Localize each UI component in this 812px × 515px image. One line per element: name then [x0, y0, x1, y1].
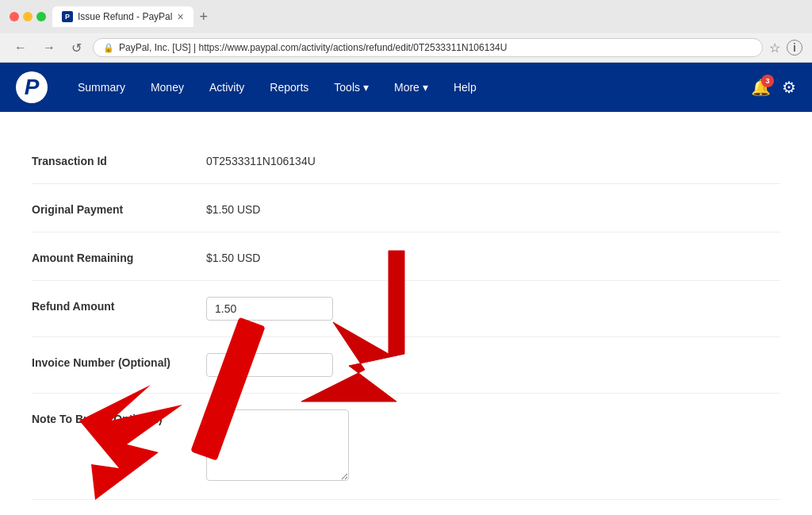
notification-badge: 3: [761, 75, 774, 87]
note-to-buyer-input[interactable]: [206, 409, 349, 481]
tab-favicon: P: [62, 11, 73, 22]
refresh-button[interactable]: ↺: [67, 39, 86, 57]
back-button[interactable]: ←: [10, 39, 32, 56]
amount-remaining-label: Amount Remaining: [32, 248, 206, 264]
buttons-row: Continue Cancel: [32, 500, 780, 515]
amount-remaining-value: $1.50 USD: [206, 248, 260, 264]
nav-activity[interactable]: Activity: [198, 75, 255, 100]
tab-close-button[interactable]: ×: [177, 10, 183, 23]
gear-icon: ⚙: [782, 79, 796, 96]
transaction-id-value: 0T2533311N106134U: [206, 152, 316, 167]
invoice-number-label: Invoice Number (Optional): [32, 353, 206, 369]
transaction-id-label: Transaction Id: [32, 152, 206, 167]
note-to-buyer-label: Note To Buyer (Optional): [32, 409, 206, 425]
paypal-logo: P: [16, 71, 48, 103]
refund-amount-input[interactable]: [206, 297, 333, 321]
window-close-dot[interactable]: [10, 12, 19, 21]
new-tab-button[interactable]: +: [200, 9, 209, 25]
forward-button[interactable]: →: [38, 39, 60, 56]
original-payment-label: Original Payment: [32, 200, 206, 216]
refund-amount-row: Refund Amount: [32, 281, 780, 337]
main-content: Transaction Id 0T2533311N106134U Origina…: [0, 112, 812, 515]
nav-right-controls: 🔔 3 ⚙: [751, 78, 796, 97]
window-maximize-dot[interactable]: [36, 12, 46, 21]
transaction-id-row: Transaction Id 0T2533311N106134U: [32, 136, 780, 184]
tools-chevron-icon: ▾: [363, 81, 369, 94]
window-minimize-dot[interactable]: [23, 12, 33, 21]
address-text: PayPal, Inc. [US] | https://www.paypal.c…: [119, 42, 753, 53]
tab-title: Issue Refund - PayPal: [78, 11, 172, 22]
nav-more[interactable]: More ▾: [383, 75, 439, 100]
settings-button[interactable]: ⚙: [782, 78, 796, 97]
amount-remaining-row: Amount Remaining $1.50 USD: [32, 233, 780, 281]
invoice-number-row: Invoice Number (Optional): [32, 337, 780, 394]
nav-money[interactable]: Money: [140, 75, 195, 100]
nav-links: Summary Money Activity Reports Tools ▾ M…: [67, 75, 751, 100]
info-button[interactable]: i: [787, 40, 802, 56]
refund-amount-label: Refund Amount: [32, 297, 206, 313]
invoice-number-input[interactable]: [206, 353, 333, 377]
address-bar[interactable]: 🔒 PayPal, Inc. [US] | https://www.paypal…: [93, 38, 763, 57]
more-chevron-icon: ▾: [423, 81, 428, 94]
original-payment-row: Original Payment $1.50 USD: [32, 184, 780, 233]
nav-help[interactable]: Help: [442, 75, 488, 100]
lock-icon: 🔒: [103, 43, 114, 53]
nav-summary[interactable]: Summary: [67, 75, 136, 100]
nav-reports[interactable]: Reports: [259, 75, 320, 100]
nav-tools[interactable]: Tools ▾: [323, 75, 380, 100]
original-payment-value: $1.50 USD: [206, 200, 260, 216]
notification-button[interactable]: 🔔 3: [751, 78, 771, 97]
bookmark-button[interactable]: ☆: [769, 40, 780, 56]
paypal-navbar: P Summary Money Activity Reports Tools ▾…: [0, 63, 812, 112]
note-to-buyer-row: Note To Buyer (Optional): [32, 394, 780, 500]
